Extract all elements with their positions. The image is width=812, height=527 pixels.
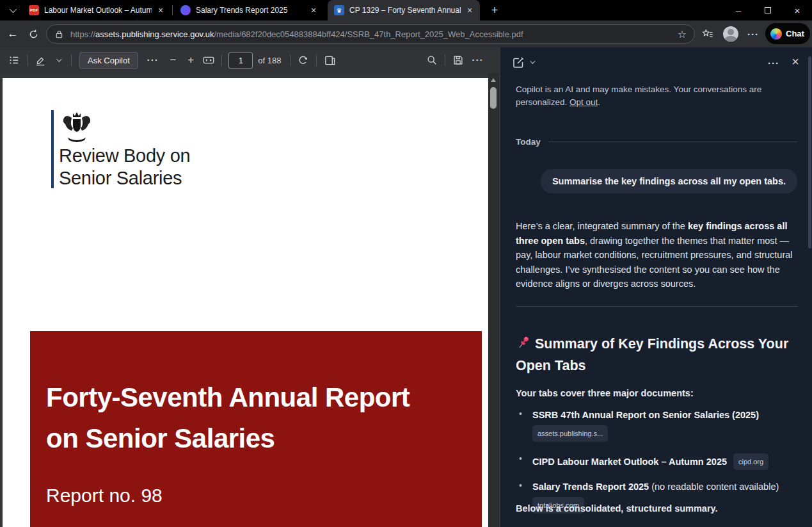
- favorites-list-icon: [702, 28, 713, 40]
- bullet-icon: •: [516, 409, 532, 442]
- chevron-down-icon: [56, 56, 61, 61]
- url-text: https://assets.publishing.service.gov.uk…: [70, 29, 673, 39]
- report-title: Forty-Seventh Annual Report on Senior Sa…: [46, 377, 410, 459]
- fit-to-width-icon: [202, 54, 215, 67]
- lock-icon: [54, 29, 64, 39]
- tab-divider: [172, 5, 173, 15]
- close-copilot-button[interactable]: ×: [788, 54, 803, 69]
- search-icon: [426, 54, 438, 66]
- table-of-contents-button[interactable]: [5, 51, 23, 69]
- page-number-input[interactable]: 1: [228, 53, 253, 69]
- logo-blue-bar: [51, 110, 54, 188]
- refresh-icon: [28, 29, 39, 40]
- tab-title: Labour Market Outlook – Autumn: [44, 6, 152, 15]
- maximize-button[interactable]: [753, 0, 783, 20]
- back-button[interactable]: ←: [4, 25, 22, 43]
- table-of-contents-icon: [8, 54, 20, 66]
- list-item: • CIPD Labour Market Outlook – Autumn 20…: [516, 453, 797, 470]
- zoom-out-button[interactable]: −: [164, 51, 182, 69]
- more-icon: ···: [467, 55, 490, 65]
- closing-line: Below is a consolidated, structured summ…: [516, 503, 797, 514]
- user-message-row: Summarise the key findings across all my…: [516, 169, 797, 193]
- url-field[interactable]: https://assets.publishing.service.gov.uk…: [46, 24, 695, 44]
- copilot-panel: ··· × Copilot is an AI and may make mist…: [500, 47, 812, 527]
- toolbar-divider: [221, 54, 222, 66]
- toolbar-divider: [27, 54, 28, 66]
- pdf-more-button[interactable]: ···: [467, 51, 490, 69]
- toolbar-divider: [290, 54, 291, 66]
- browser-settings-button[interactable]: ···: [744, 25, 762, 43]
- toolbar-more-button[interactable]: ···: [142, 51, 164, 69]
- compose-icon: [512, 56, 525, 69]
- ask-copilot-button[interactable]: Ask Copilot: [79, 52, 138, 69]
- tab-close-icon[interactable]: ×: [308, 5, 319, 15]
- pdf-scrollbar-thumb[interactable]: [490, 87, 497, 109]
- source-badge[interactable]: cipd.org: [733, 453, 768, 470]
- highlighter-icon: [35, 54, 46, 66]
- gov-crest-favicon: ♛: [334, 5, 344, 15]
- tab-bar: PDF Labour Market Outlook – Autumn × Sal…: [0, 0, 812, 20]
- save-button[interactable]: [449, 51, 467, 69]
- fit-to-width-button[interactable]: [200, 51, 218, 69]
- tabs-cover-line: Your tabs cover three major documents:: [516, 388, 797, 398]
- assistant-intro-paragraph: Here’s a clear, integrated summary of th…: [516, 219, 797, 291]
- new-chat-button[interactable]: [511, 55, 526, 70]
- source-badge[interactable]: assets.publishing.s...: [532, 425, 608, 442]
- list-item: • SSRB 47th Annual Report on Senior Sala…: [516, 409, 797, 442]
- search-document-button[interactable]: [423, 51, 441, 69]
- pdf-page: Review Body on Senior Salaries Forty-Sev…: [3, 78, 488, 527]
- close-window-button[interactable]: ×: [783, 0, 812, 20]
- browser-window: PDF Labour Market Outlook – Autumn × Sal…: [0, 0, 812, 527]
- maximize-icon: [765, 7, 771, 13]
- save-icon: [452, 54, 464, 66]
- minimize-button[interactable]: –: [724, 0, 753, 20]
- highlighter-dropdown[interactable]: [49, 51, 67, 69]
- page-view-button[interactable]: [321, 51, 338, 69]
- royal-crest-icon: [60, 109, 93, 146]
- tab-close-icon[interactable]: ×: [155, 5, 166, 15]
- copilot-scrollbar-thumb[interactable]: [808, 56, 811, 248]
- window-controls: – ×: [724, 0, 812, 20]
- tab-title: Salary Trends Report 2025: [196, 6, 305, 15]
- scroll-up-arrow[interactable]: [491, 78, 496, 82]
- opt-out-link[interactable]: Opt out: [569, 97, 598, 107]
- favorites-list-button[interactable]: [699, 25, 717, 43]
- chevron-down-icon: [10, 6, 17, 13]
- pdf-toolbar: Ask Copilot ··· − + 1 of 188 ···: [0, 47, 500, 73]
- more-icon: ···: [768, 58, 779, 69]
- tab-salary-trends[interactable]: Salary Trends Report 2025 ×: [174, 0, 324, 20]
- chat-label: Chat: [786, 29, 804, 38]
- summary-heading: Summary of Key Findings Across Your Open…: [516, 334, 795, 376]
- pdf-file-icon: PDF: [29, 5, 39, 15]
- toolbar-divider: [71, 54, 72, 66]
- user-message-bubble: Summarise the key findings across all my…: [541, 169, 797, 193]
- highlighter-button[interactable]: [31, 51, 49, 69]
- new-tab-button[interactable]: +: [486, 3, 503, 18]
- site-favicon: [180, 5, 191, 15]
- bullet-icon: •: [516, 453, 532, 470]
- page-total-label: of 188: [258, 56, 281, 65]
- tab-search-button[interactable]: [4, 3, 20, 18]
- tab-close-icon[interactable]: ×: [465, 5, 475, 15]
- copilot-logo-icon: [770, 28, 782, 40]
- ai-disclaimer: Copilot is an AI and may make mistakes. …: [516, 83, 797, 109]
- section-divider: [516, 306, 797, 307]
- new-chat-dropdown[interactable]: [530, 60, 534, 64]
- zoom-in-button[interactable]: +: [182, 51, 200, 69]
- more-icon: ···: [142, 55, 164, 65]
- separator-line: [548, 142, 797, 142]
- pdf-scrollbar[interactable]: [488, 73, 499, 527]
- tab-cp1329-active[interactable]: ♛ CP 1329 – Forty Seventh Annual Re ×: [328, 0, 480, 20]
- tab-labour-market-outlook[interactable]: PDF Labour Market Outlook – Autumn ×: [22, 0, 171, 20]
- copilot-more-button[interactable]: ···: [766, 55, 781, 70]
- profile-avatar[interactable]: [723, 26, 738, 42]
- refresh-button[interactable]: [24, 25, 42, 43]
- chevron-down-icon: [530, 58, 535, 63]
- date-separator: Today: [516, 137, 797, 147]
- rotate-button[interactable]: [294, 51, 312, 69]
- favorite-star-icon[interactable]: ☆: [678, 28, 687, 40]
- pushpin-icon: [516, 335, 531, 356]
- date-label: Today: [516, 137, 541, 147]
- copilot-chat-button[interactable]: Chat: [765, 23, 810, 44]
- tab-title: CP 1329 – Forty Seventh Annual Re: [349, 6, 461, 15]
